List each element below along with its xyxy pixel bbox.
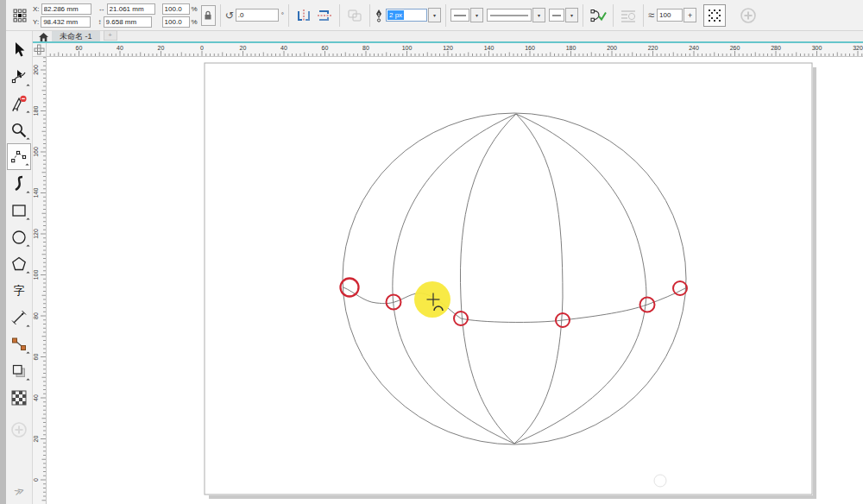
mirror-vertical-button[interactable]: [314, 5, 335, 26]
svg-text:40: 40: [33, 394, 39, 401]
property-bar: X: Y: ↔ ↕ % % ↺ °: [6, 0, 863, 31]
shape-tool[interactable]: [7, 63, 31, 90]
zoom-tool[interactable]: [7, 117, 31, 143]
size-fields: ↔ ↕: [98, 3, 155, 28]
svg-text:0: 0: [33, 478, 39, 482]
document-tab[interactable]: 未命名 -1: [52, 31, 100, 41]
height-icon: ↕: [98, 18, 102, 26]
box-selection-mode-button[interactable]: [703, 4, 726, 27]
svg-text:160: 160: [33, 147, 39, 157]
rotate-icon: ↺: [225, 9, 234, 22]
svg-text:60: 60: [322, 45, 329, 51]
end-arrowhead-dropdown[interactable]: ▾: [549, 8, 578, 22]
knife-tool[interactable]: [7, 90, 31, 117]
svg-text:40: 40: [280, 45, 287, 51]
text-tool-glyph: 字: [14, 285, 25, 296]
plus-circle-icon: [740, 7, 757, 24]
new-document-tab-button[interactable]: +: [104, 30, 117, 41]
artistic-media-tool[interactable]: [7, 170, 31, 197]
lock-ratio-button[interactable]: [201, 5, 216, 26]
home-icon: [39, 33, 48, 41]
svg-text:20: 20: [240, 45, 247, 51]
polygon-tool[interactable]: [7, 250, 31, 277]
close-curve-button[interactable]: [588, 5, 608, 26]
weld-icon: [347, 9, 362, 22]
outline-width-combo[interactable]: 2 px ▾: [386, 8, 441, 22]
svg-text:20: 20: [33, 436, 39, 443]
object-height-input[interactable]: [104, 16, 152, 28]
svg-text:180: 180: [566, 45, 576, 51]
svg-text:100: 100: [33, 270, 39, 280]
vertical-ruler[interactable]: 020406080100120140160180200: [33, 57, 47, 504]
outline-width-dropdown-arrow[interactable]: ▾: [428, 8, 441, 22]
text-tool[interactable]: 字: [7, 277, 31, 304]
svg-text:100: 100: [402, 45, 413, 51]
line-style-arrow[interactable]: ▾: [532, 8, 545, 22]
y-position-input[interactable]: [41, 16, 91, 28]
page[interactable]: [205, 63, 812, 495]
outline-pen-icon: [375, 9, 383, 22]
wrap-text-icon: [620, 9, 637, 22]
wrap-text-button: [618, 5, 639, 26]
transparency-tool[interactable]: [7, 384, 31, 411]
pick-tool[interactable]: [7, 36, 31, 63]
dotted-selection-icon: [708, 9, 721, 22]
svg-text:300: 300: [812, 45, 822, 51]
position-fields: X: Y:: [33, 3, 91, 28]
connector-tool[interactable]: [7, 331, 31, 357]
document-tab-title: 未命名 -1: [60, 31, 92, 42]
scale-v-input[interactable]: [162, 16, 190, 28]
percent-label: %: [192, 5, 198, 13]
end-arrowhead-arrow[interactable]: ▾: [565, 8, 578, 22]
horizontal-ruler[interactable]: 6040200204060801001201401601802002202402…: [47, 43, 863, 57]
drop-shadow-tool[interactable]: [7, 357, 31, 384]
scale-fields: % %: [162, 3, 198, 28]
svg-text:220: 220: [648, 45, 658, 51]
document-tab-bar: 未命名 -1 +: [33, 31, 863, 43]
smoothing-icon: ≈: [648, 9, 654, 22]
start-arrowhead-dropdown[interactable]: ▾: [450, 8, 483, 22]
start-arrowhead-arrow[interactable]: ▾: [470, 8, 483, 22]
drawing-canvas[interactable]: [47, 57, 863, 504]
add-nodes-button: [738, 5, 759, 26]
rotation-input[interactable]: [236, 9, 279, 22]
svg-text:200: 200: [607, 45, 617, 51]
svg-text:160: 160: [525, 45, 535, 51]
toolbox: 字: [6, 31, 33, 504]
svg-text:120: 120: [33, 229, 39, 239]
svg-text:20: 20: [158, 45, 165, 51]
ruler-origin-corner[interactable]: [33, 43, 47, 57]
svg-text:80: 80: [362, 45, 369, 51]
line-style-dropdown[interactable]: ▾: [487, 8, 545, 22]
mirror-horizontal-button[interactable]: [293, 5, 314, 26]
ruler-origin-icon: [33, 43, 46, 56]
scale-h-input[interactable]: [162, 3, 190, 15]
bezier-tool[interactable]: [7, 143, 31, 170]
y-label: Y:: [33, 18, 39, 26]
outline-width-value: 2 px: [387, 10, 404, 20]
smoothing-input[interactable]: [657, 9, 683, 22]
weld-button: [344, 5, 365, 26]
object-width-input[interactable]: [107, 3, 155, 15]
x-label: X:: [33, 5, 40, 13]
svg-text:260: 260: [730, 45, 740, 51]
svg-text:240: 240: [689, 45, 699, 51]
disabled-tool: [7, 416, 31, 443]
mirror-horizontal-icon: [296, 9, 312, 22]
origin-grid-icon: [9, 5, 30, 26]
svg-text:60: 60: [76, 45, 83, 51]
svg-text:60: 60: [33, 354, 39, 361]
x-position-input[interactable]: [41, 3, 91, 15]
svg-text:40: 40: [117, 45, 123, 51]
svg-text:0: 0: [200, 45, 204, 51]
smoothing-stepper[interactable]: +: [683, 8, 696, 22]
curve-check-icon: [589, 8, 607, 23]
rectangle-tool[interactable]: [7, 197, 31, 224]
svg-text:320: 320: [853, 45, 863, 51]
svg-text:280: 280: [771, 45, 781, 51]
percent-label-2: %: [192, 18, 198, 26]
svg-text:80: 80: [33, 312, 39, 319]
dimension-tool[interactable]: [7, 304, 31, 331]
toolbox-overflow-button[interactable]: ≫: [5, 482, 34, 501]
ellipse-tool[interactable]: [7, 224, 31, 250]
